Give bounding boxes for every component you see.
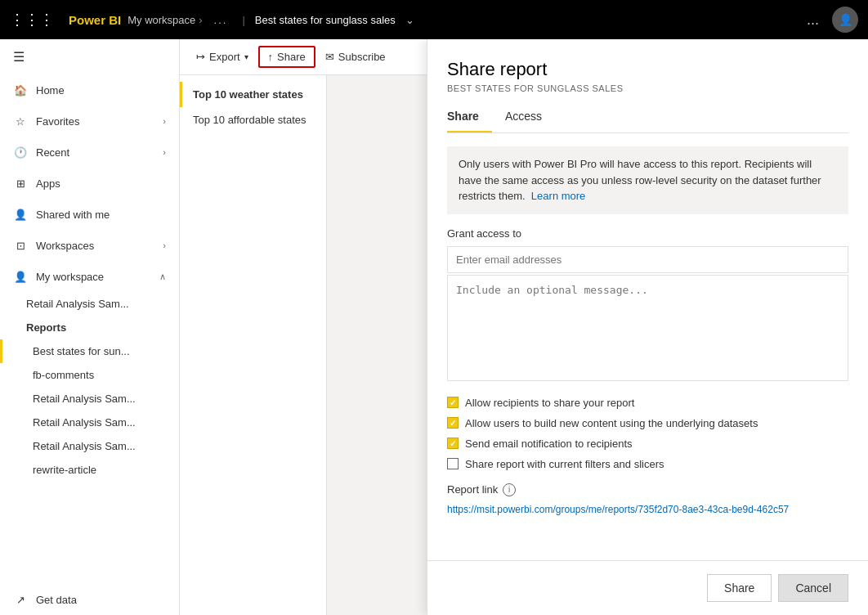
recent-chevron: › <box>163 147 166 157</box>
content-area: ↦ Export ▾ ↑ Share ✉ Subscribe Top 10 we… <box>180 39 868 615</box>
home-icon: 🏠 <box>13 83 28 97</box>
page-item-affordable[interactable]: Top 10 affordable states <box>180 107 326 132</box>
checkbox-allow-share-box[interactable]: ✓ <box>447 397 459 408</box>
workspace-nav[interactable]: My workspace › <box>128 14 202 26</box>
sidebar: ☰ 🏠 Home ☆ Favorites › 🕐 Recent › ⊞ Apps… <box>0 39 180 615</box>
page-item-weather[interactable]: Top 10 weather states <box>180 82 326 107</box>
topbar: ⋮⋮⋮ Power BI My workspace › ... | Best s… <box>0 0 868 39</box>
sidebar-item-myworkspace[interactable]: 👤 My workspace ∧ <box>0 261 179 292</box>
sidebar-retail-sam-3[interactable]: Retail Analysis Sam... <box>0 411 179 434</box>
sidebar-item-favorites[interactable]: ☆ Favorites › <box>0 105 179 137</box>
subscribe-label: Subscribe <box>338 51 386 63</box>
checkmark-build-icon: ✓ <box>450 419 456 428</box>
sidebar-item-getdata[interactable]: ↗ Get data <box>0 584 179 615</box>
email-input[interactable] <box>447 246 848 273</box>
myworkspace-icon: 👤 <box>13 269 28 284</box>
sidebar-item-shared[interactable]: 👤 Shared with me <box>0 199 179 230</box>
share-body: Only users with Power BI Pro will have a… <box>427 133 868 560</box>
share-icon: ↑ <box>268 51 274 63</box>
myworkspace-chevron: ∧ <box>159 272 166 282</box>
recent-icon: 🕐 <box>13 145 28 159</box>
workspaces-chevron: › <box>163 240 166 250</box>
report-link-url: https://msit.powerbi.com/groups/me/repor… <box>447 503 848 517</box>
share-submit-button[interactable]: Share <box>707 574 772 602</box>
share-panel: Share report BEST STATES FOR SUNGLASS SA… <box>427 39 868 615</box>
share-info-text: Only users with Power BI Pro will have a… <box>459 158 821 202</box>
info-icon[interactable]: i <box>503 483 516 496</box>
shared-icon: 👤 <box>13 207 28 222</box>
sidebar-item-workspaces[interactable]: ⊡ Workspaces › <box>0 230 179 261</box>
tab-access[interactable]: Access <box>505 103 555 132</box>
grant-access-label: Grant access to <box>447 227 848 240</box>
topbar-dots[interactable]: ... <box>209 14 233 26</box>
export-label: Export <box>209 51 240 63</box>
report-link-text: Report link <box>447 483 498 496</box>
checkbox-send-email-box[interactable]: ✓ <box>447 438 459 449</box>
export-icon: ↦ <box>196 51 205 63</box>
report-link-label: Report link i <box>447 483 848 496</box>
dropdown-icon[interactable]: ⌄ <box>405 14 414 26</box>
subscribe-icon: ✉ <box>325 51 334 63</box>
sidebar-rewrite[interactable]: rewrite-article <box>0 458 179 482</box>
checkbox-allow-share-label: Allow recipients to share your report <box>465 397 634 409</box>
sidebar-label-apps: Apps <box>36 177 60 190</box>
grid-icon[interactable]: ⋮⋮⋮ <box>10 11 54 29</box>
export-button[interactable]: ↦ Export ▾ <box>186 46 258 68</box>
topbar-separator: | <box>242 14 244 26</box>
checkbox-filters-label: Share report with current filters and sl… <box>465 458 664 470</box>
favorites-chevron: › <box>163 116 166 126</box>
sidebar-retail-sam-4[interactable]: Retail Analysis Sam... <box>0 434 179 458</box>
learn-more-link[interactable]: Learn more <box>531 190 585 202</box>
sidebar-label-myworkspace: My workspace <box>36 271 104 283</box>
getdata-icon: ↗ <box>13 592 28 607</box>
sidebar-retail-sam-2[interactable]: Retail Analysis Sam... <box>0 387 179 411</box>
checkbox-allow-build-label: Allow users to build new content using t… <box>465 417 758 429</box>
subscribe-button[interactable]: ✉ Subscribe <box>315 46 396 68</box>
report-link-section: Report link i https://msit.powerbi.com/g… <box>447 483 848 517</box>
sidebar-label-workspaces: Workspaces <box>36 240 94 252</box>
tab-share[interactable]: Share <box>447 103 492 132</box>
favorites-icon: ☆ <box>13 114 28 128</box>
cancel-button[interactable]: Cancel <box>778 574 848 602</box>
sidebar-reports[interactable]: Reports <box>0 316 179 339</box>
user-avatar[interactable]: 👤 <box>832 7 858 33</box>
share-title: Share report <box>447 59 848 80</box>
sidebar-label-favorites: Favorites <box>36 115 79 128</box>
export-chevron: ▾ <box>244 52 248 61</box>
share-footer: Share Cancel <box>427 560 868 615</box>
sidebar-item-recent[interactable]: 🕐 Recent › <box>0 137 179 168</box>
checkmark-icon: ✓ <box>450 398 456 407</box>
sidebar-fb-comments[interactable]: fb-comments <box>0 363 179 387</box>
share-button[interactable]: ↑ Share <box>258 46 315 68</box>
checkbox-filters[interactable]: Share report with current filters and sl… <box>447 458 848 470</box>
apps-icon: ⊞ <box>13 176 28 191</box>
pages-panel: Top 10 weather states Top 10 affordable … <box>180 75 327 615</box>
sidebar-item-apps[interactable]: ⊞ Apps <box>0 168 179 199</box>
sidebar-toggle[interactable]: ☰ <box>0 39 179 74</box>
app-logo: Power BI <box>69 13 121 27</box>
main-layout: ☰ 🏠 Home ☆ Favorites › 🕐 Recent › ⊞ Apps… <box>0 39 868 615</box>
workspace-chevron: › <box>199 14 202 26</box>
message-textarea[interactable] <box>447 275 848 381</box>
checkbox-filters-box[interactable] <box>447 458 459 469</box>
share-tabs: Share Access <box>447 103 848 133</box>
sidebar-label-home: Home <box>36 84 65 97</box>
checkbox-send-email-label: Send email notification to recipients <box>465 438 633 450</box>
checkbox-allow-build-box[interactable]: ✓ <box>447 417 459 429</box>
checkbox-allow-build[interactable]: ✓ Allow users to build new content using… <box>447 417 848 429</box>
sidebar-item-home[interactable]: 🏠 Home <box>0 74 179 105</box>
checkbox-send-email[interactable]: ✓ Send email notification to recipients <box>447 438 848 450</box>
sidebar-retail-sam[interactable]: Retail Analysis Sam... <box>0 292 179 316</box>
sidebar-label-getdata: Get data <box>36 594 77 606</box>
sidebar-best-states[interactable]: Best states for sun... <box>0 339 179 363</box>
sidebar-label-recent: Recent <box>36 146 69 159</box>
workspace-label: My workspace <box>128 14 195 26</box>
share-label: Share <box>277 51 306 63</box>
checkbox-allow-share[interactable]: ✓ Allow recipients to share your report <box>447 397 848 409</box>
workspaces-icon: ⊡ <box>13 238 28 253</box>
sidebar-label-shared: Shared with me <box>36 209 110 221</box>
checkmark-email-icon: ✓ <box>450 439 456 448</box>
topbar-more[interactable]: ... <box>807 11 819 29</box>
share-subtitle: BEST STATES FOR SUNGLASS SALES <box>447 83 848 93</box>
report-title: Best states for sunglass sales <box>255 14 396 26</box>
